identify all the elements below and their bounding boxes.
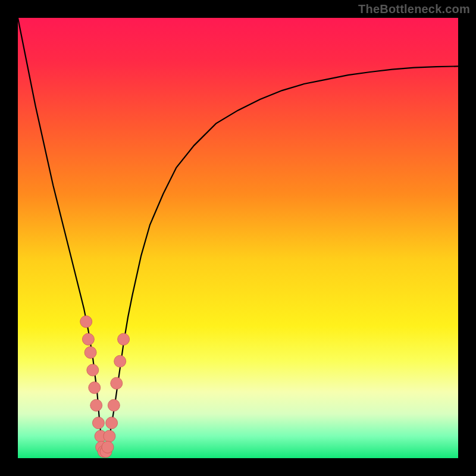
chart-stage: TheBottleneck.com xyxy=(0,0,476,476)
data-point xyxy=(90,399,102,411)
data-point xyxy=(106,417,118,429)
data-point xyxy=(118,333,130,345)
data-point xyxy=(80,316,92,328)
data-point xyxy=(82,333,94,345)
data-point xyxy=(111,377,123,389)
data-point xyxy=(104,430,115,442)
bottleneck-chart xyxy=(18,18,458,458)
data-point xyxy=(108,399,120,411)
data-point xyxy=(102,441,114,453)
data-point xyxy=(114,355,126,367)
data-point xyxy=(89,382,101,394)
branding-watermark: TheBottleneck.com xyxy=(358,2,470,16)
data-point xyxy=(84,346,96,358)
gradient-background xyxy=(18,18,458,458)
data-point xyxy=(92,417,104,429)
data-point xyxy=(87,364,99,376)
